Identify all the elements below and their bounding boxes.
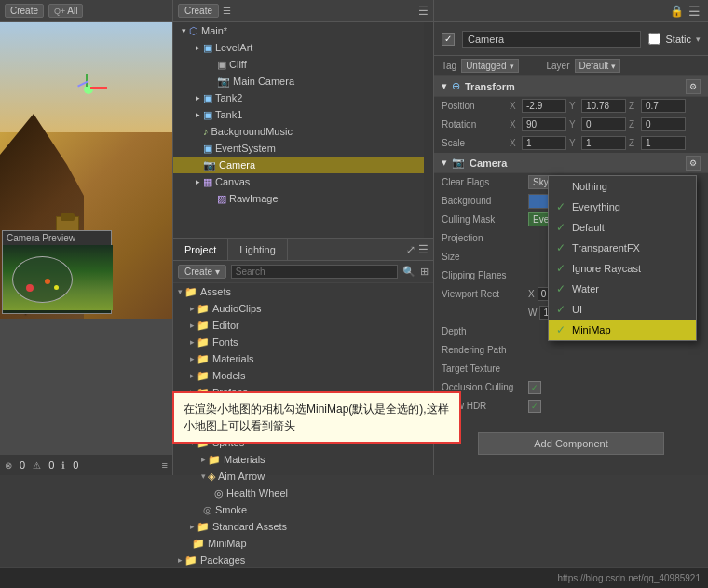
transform-collapse-arrow: ▾ bbox=[442, 80, 447, 92]
project-models[interactable]: ▸ 📁 Models bbox=[173, 367, 433, 384]
create-button[interactable]: Create bbox=[5, 4, 44, 18]
project-create-button[interactable]: Create ▾ bbox=[178, 265, 226, 279]
project-audioclips[interactable]: ▸ 📁 AudioClips bbox=[173, 300, 433, 317]
levelart-icon: ▣ bbox=[203, 42, 212, 54]
scale-y-input[interactable] bbox=[581, 136, 626, 150]
hierarchy-item-levelart[interactable]: ▸ ▣ LevelArt bbox=[173, 39, 433, 56]
culling-minimap[interactable]: ✓ MiniMap bbox=[549, 320, 696, 340]
culling-mask-label: Culling Mask bbox=[442, 214, 525, 225]
position-y-input[interactable] bbox=[581, 99, 626, 113]
project-fonts[interactable]: ▸ 📁 Fonts bbox=[173, 334, 433, 350]
add-component-button[interactable]: Add Component bbox=[478, 432, 664, 455]
scene-toolbar: Create All bbox=[0, 0, 172, 22]
allow-hdr-checkbox[interactable] bbox=[528, 400, 541, 413]
inspector-menu-icon[interactable]: ☰ bbox=[688, 4, 701, 19]
hierarchy-menu-icon[interactable]: ☰ bbox=[418, 5, 429, 18]
rotation-x-input[interactable] bbox=[522, 117, 566, 131]
nothing-label: Nothing bbox=[572, 181, 607, 192]
hierarchy-create-button[interactable]: Create bbox=[178, 4, 219, 18]
culling-nothing[interactable]: Nothing bbox=[549, 176, 696, 197]
culling-ignoreraycast[interactable]: ✓ Ignore Raycast bbox=[549, 258, 696, 279]
occlusion-culling-checkbox[interactable] bbox=[528, 381, 541, 394]
transform-settings-icon[interactable]: ⚙ bbox=[686, 79, 701, 94]
q-all-button[interactable]: All bbox=[48, 4, 83, 18]
standardassets-arrow: ▸ bbox=[190, 522, 195, 531]
project-sprites-materials[interactable]: ▸ 📁 Materials bbox=[173, 451, 433, 468]
expand-icon[interactable]: ≡ bbox=[162, 459, 168, 471]
filter-icon[interactable]: ⊞ bbox=[420, 266, 429, 278]
project-smoke[interactable]: ◎ Smoke bbox=[173, 501, 433, 518]
rotation-y-input[interactable] bbox=[581, 117, 626, 131]
hierarchy-item-main[interactable]: ▾ ⬡ Main* bbox=[173, 22, 433, 39]
hierarchy-item-canvas[interactable]: ▸ ▦ Canvas bbox=[173, 173, 433, 190]
project-assets[interactable]: ▾ 📁 Assets bbox=[173, 283, 433, 300]
main-arrow: ▾ bbox=[178, 26, 189, 35]
project-standardassets[interactable]: ▸ 📁 Standard Assets bbox=[173, 518, 433, 535]
position-z-input[interactable] bbox=[641, 99, 686, 113]
project-healthwheel[interactable]: ◎ Health Wheel bbox=[173, 485, 433, 501]
hierarchy-scrollbar[interactable] bbox=[424, 22, 433, 238]
project-editor[interactable]: ▸ 📁 Editor bbox=[173, 317, 433, 334]
hierarchy-item-tank2[interactable]: ▸ ▣ Tank2 bbox=[173, 89, 433, 106]
transform-label: Transform bbox=[465, 81, 515, 92]
culling-default[interactable]: ✓ Default bbox=[549, 217, 696, 238]
hierarchy-item-tank1[interactable]: ▸ ▣ Tank1 bbox=[173, 106, 433, 123]
search-icon[interactable]: 🔍 bbox=[402, 266, 415, 278]
size-label: Size bbox=[442, 252, 525, 262]
scene-status-bar: ⊗ 0 ⚠ 0 ℹ 0 ≡ bbox=[0, 455, 172, 475]
hierarchy-item-eventsystem[interactable]: ▣ EventSystem bbox=[173, 140, 433, 157]
project-packages[interactable]: ▸ 📁 Packages bbox=[173, 552, 433, 568]
project-search-input[interactable] bbox=[231, 265, 398, 279]
project-minimap[interactable]: 📁 MiniMap bbox=[173, 535, 433, 552]
inspector-top-toolbar: 🔒 ☰ bbox=[434, 0, 708, 22]
hierarchy-item-cliff[interactable]: ▣ Cliff bbox=[173, 56, 433, 73]
everything-check: ✓ bbox=[556, 200, 567, 213]
scene-icon: ⬡ bbox=[189, 25, 198, 37]
viewport-x-label: X bbox=[528, 289, 535, 299]
tab-lighting[interactable]: Lighting bbox=[228, 239, 288, 260]
minimap-label: MiniMap bbox=[208, 538, 247, 549]
scale-xyz: X Y Z bbox=[510, 136, 701, 150]
bottom-bar: https://blog.csdn.net/qq_40985921 bbox=[0, 567, 708, 588]
hierarchy-item-bgmusic[interactable]: ♪ BackgroundMusic bbox=[173, 123, 433, 140]
project-aimarrow[interactable]: ▾ ◈ Aim Arrow bbox=[173, 468, 433, 485]
hierarchy-item-rawimage[interactable]: ▨ RawImage bbox=[173, 190, 433, 207]
camera-component-header[interactable]: ▾ 📷 Camera ⚙ bbox=[434, 153, 708, 173]
tag-dropdown[interactable]: Untagged bbox=[461, 59, 518, 73]
tab-project[interactable]: Project bbox=[173, 239, 228, 260]
hierarchy-item-maincamera[interactable]: 📷 Main Camera bbox=[173, 73, 433, 89]
transparentfx-label: TransparentFX bbox=[572, 242, 640, 253]
hierarchy-item-camera[interactable]: 📷 Camera bbox=[173, 157, 433, 173]
scale-label: Scale bbox=[442, 138, 507, 148]
layer-dropdown[interactable]: Default bbox=[575, 59, 621, 73]
levelart-arrow: ▸ bbox=[192, 43, 203, 52]
scale-row: Scale X Y Z bbox=[434, 134, 708, 153]
scale-x-input[interactable] bbox=[522, 136, 566, 150]
scene-panel: Create All Persp Camera bbox=[0, 0, 172, 475]
tank2-label: Tank2 bbox=[215, 92, 242, 103]
culling-mask-menu: Nothing ✓ Everything ✓ Default ✓ Transpa… bbox=[548, 175, 697, 341]
object-active-checkbox[interactable]: ✓ bbox=[442, 33, 455, 46]
transform-component-header[interactable]: ▾ ⊕ Transform ⚙ bbox=[434, 76, 708, 97]
culling-everything[interactable]: ✓ Everything bbox=[549, 197, 696, 217]
lock-icon[interactable]: 🔒 bbox=[670, 5, 684, 18]
bgmusic-icon: ♪ bbox=[203, 126, 209, 137]
minimap-label: MiniMap bbox=[572, 324, 611, 335]
tooltip-text: 在渲染小地图的相机勾选MiniMap(默认是全选的),这样小地图上可以看到箭头 bbox=[184, 403, 449, 432]
static-dropdown-arrow[interactable]: ▾ bbox=[696, 34, 701, 44]
canvas-icon: ▦ bbox=[203, 176, 212, 188]
culling-water[interactable]: ✓ Water bbox=[549, 279, 696, 299]
static-checkbox[interactable] bbox=[648, 33, 660, 45]
project-menu-icon[interactable]: ☰ bbox=[418, 243, 429, 256]
scene-3d-view[interactable]: Persp Camera Preview bbox=[0, 22, 172, 319]
standardassets-folder-icon: 📁 bbox=[197, 521, 210, 533]
scale-z-input[interactable] bbox=[641, 136, 686, 150]
position-x-input[interactable] bbox=[522, 99, 566, 113]
rotation-z-input[interactable] bbox=[641, 117, 686, 131]
object-name-field[interactable] bbox=[462, 31, 641, 48]
project-expand-icon[interactable]: ⤢ bbox=[406, 243, 415, 256]
culling-transparentfx[interactable]: ✓ TransparentFX bbox=[549, 238, 696, 258]
camera-comp-settings[interactable]: ⚙ bbox=[686, 156, 701, 171]
culling-ui[interactable]: ✓ UI bbox=[549, 299, 696, 320]
project-materials[interactable]: ▸ 📁 Materials bbox=[173, 350, 433, 367]
